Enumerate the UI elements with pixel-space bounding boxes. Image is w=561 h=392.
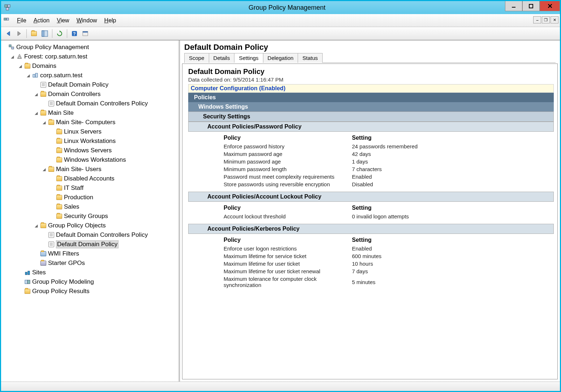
show-hide-tree-button[interactable] (40, 29, 50, 39)
tree-linux-servers[interactable]: Linux Servers (49, 127, 177, 136)
tree-root[interactable]: Group Policy Management ◢Forest: corp.sa… (2, 43, 177, 296)
section-computer-configuration[interactable]: Computer Configuration (Enabled) (188, 84, 554, 93)
close-button[interactable]: ✕ (540, 1, 560, 11)
tree-ddp-link[interactable]: Default Domain Policy (34, 80, 177, 90)
tree-ms-computers[interactable]: ◢Main Site- Computers Linux Servers Linu… (42, 118, 177, 165)
properties-button[interactable] (80, 29, 90, 39)
ou-icon (40, 91, 47, 97)
tab-settings[interactable]: Settings (234, 53, 263, 63)
section-kerberos-policy[interactable]: Account Policies/Kerberos Policy (188, 224, 554, 234)
tree-domains[interactable]: ◢Domains ◢corp.saturn.test Default Domai… (18, 61, 177, 268)
menu-view[interactable]: View (53, 16, 73, 25)
menu-file[interactable]: File (13, 16, 30, 25)
tree-gpo-ddcp[interactable]: Default Domain Controllers Policy (42, 230, 177, 240)
svg-rect-19 (25, 280, 27, 284)
gpm-icon (8, 44, 15, 51)
tree-main-site[interactable]: ◢Main Site ◢Main Site- Computers Linux S… (34, 108, 177, 221)
menu-action[interactable]: Action (30, 16, 53, 25)
tree-sites[interactable]: Sites (18, 268, 177, 277)
tree-disabled-accounts[interactable]: Disabled Accounts (49, 174, 177, 183)
app-icon (4, 4, 11, 11)
table-row: Maximum lifetime for service ticket600 m… (188, 252, 554, 260)
th-setting: Setting (349, 235, 554, 245)
settings-area: Default Domain Policy Data collected on:… (182, 64, 558, 379)
svg-rect-4 (529, 4, 533, 8)
tree-gpo-container[interactable]: ◢Group Policy Objects Default Domain Con… (34, 221, 177, 249)
up-button[interactable] (29, 29, 39, 39)
refresh-button[interactable] (55, 29, 65, 39)
tree-linux-ws[interactable]: Linux Workstations (49, 136, 177, 146)
tab-status[interactable]: Status (298, 53, 323, 63)
table-row: Minimum password age1 days (188, 158, 554, 165)
svg-rect-15 (33, 74, 35, 77)
tree-gpo-ddp[interactable]: Default Domain Policy (42, 240, 177, 249)
tree-production[interactable]: Production (49, 193, 177, 202)
mdi-close-button[interactable]: ✕ (551, 16, 558, 23)
menu-window[interactable]: Window (73, 16, 101, 25)
ou-icon (56, 138, 62, 144)
svg-rect-6 (7, 18, 9, 20)
settings-scroll[interactable]: Default Domain Policy Data collected on:… (185, 66, 555, 377)
back-button[interactable] (3, 29, 13, 39)
svg-rect-20 (27, 280, 30, 284)
tab-delegation[interactable]: Delegation (263, 53, 298, 63)
menubar: File Action View Window Help ‒ ❐ ✕ (1, 14, 560, 27)
gpo-link-icon (40, 82, 47, 88)
gpo-icon (48, 232, 55, 238)
th-policy: Policy (188, 203, 349, 213)
toolbar: ? (1, 27, 560, 40)
wmi-icon (40, 251, 47, 257)
section-password-policy[interactable]: Account Policies/Password Policy (188, 122, 554, 132)
kerberos-policy-table: PolicySetting Enforce user logon restric… (188, 235, 554, 289)
tree-sales[interactable]: Sales (49, 202, 177, 212)
svg-rect-8 (42, 31, 44, 36)
section-windows-settings[interactable]: Windows Settings (188, 102, 554, 112)
svg-rect-1 (8, 5, 10, 7)
tab-scope[interactable]: Scope (184, 53, 209, 63)
th-setting: Setting (349, 203, 554, 213)
titlebar[interactable]: Group Policy Management ✕ (1, 1, 560, 14)
detail-title: Default Domain Policy (184, 43, 556, 52)
tree-ddcp-link[interactable]: Default Domain Controllers Policy (42, 99, 177, 108)
mdi-restore-button[interactable]: ❐ (542, 16, 550, 23)
section-security-settings[interactable]: Security Settings (188, 112, 554, 122)
gpo-title: Default Domain Policy (188, 67, 554, 76)
tree-wmi-filters[interactable]: WMI Filters (34, 249, 177, 258)
statusbar (1, 382, 560, 391)
help-button[interactable]: ? (69, 29, 79, 39)
th-policy: Policy (188, 133, 349, 143)
forward-button[interactable] (14, 29, 24, 39)
tree-gp-modeling[interactable]: Group Policy Modeling (18, 277, 177, 287)
tab-details[interactable]: Details (209, 53, 235, 63)
mdi-minimize-button[interactable]: ‒ (533, 16, 541, 23)
ou-icon (56, 157, 62, 163)
minimize-button[interactable] (505, 1, 522, 11)
tree-starter-gpos[interactable]: Starter GPOs (34, 258, 177, 268)
tree-win-ws[interactable]: Windows Workstations (49, 155, 177, 165)
tree-security-groups[interactable]: Security Groups (49, 212, 177, 221)
table-row: Store passwords using reversible encrypt… (188, 180, 554, 188)
section-lockout-policy[interactable]: Account Policies/Account Lockout Policy (188, 192, 554, 202)
section-policies[interactable]: Policies (188, 93, 554, 102)
svg-rect-0 (5, 5, 7, 7)
tree-domain[interactable]: ◢corp.saturn.test Default Domain Policy … (26, 71, 177, 268)
forest-icon (16, 53, 23, 60)
svg-rect-18 (28, 271, 30, 275)
tree-gp-results[interactable]: Group Policy Results (18, 287, 177, 296)
tree-it-staff[interactable]: IT Staff (49, 183, 177, 193)
ou-icon (56, 185, 62, 191)
maximize-button[interactable] (522, 1, 540, 11)
menu-help[interactable]: Help (101, 16, 120, 25)
tree-domain-controllers[interactable]: ◢Domain Controllers Default Domain Contr… (34, 90, 177, 108)
tree-pane[interactable]: Group Policy Management ◢Forest: corp.sa… (1, 40, 178, 382)
ou-icon (56, 204, 62, 210)
tree-win-servers[interactable]: Windows Servers (49, 146, 177, 155)
table-row: Maximum lifetime for user ticket renewal… (188, 267, 554, 275)
ou-icon (56, 147, 62, 154)
svg-rect-2 (6, 8, 9, 10)
tree-forest[interactable]: ◢Forest: corp.saturn.test ◢Domains ◢corp… (10, 52, 177, 296)
detail-pane: Default Domain Policy Scope Details Sett… (180, 40, 560, 382)
gpo-icon (48, 241, 55, 248)
svg-rect-16 (35, 73, 38, 77)
tree-ms-users[interactable]: ◢Main Site- Users Disabled Accounts IT S… (42, 165, 177, 221)
